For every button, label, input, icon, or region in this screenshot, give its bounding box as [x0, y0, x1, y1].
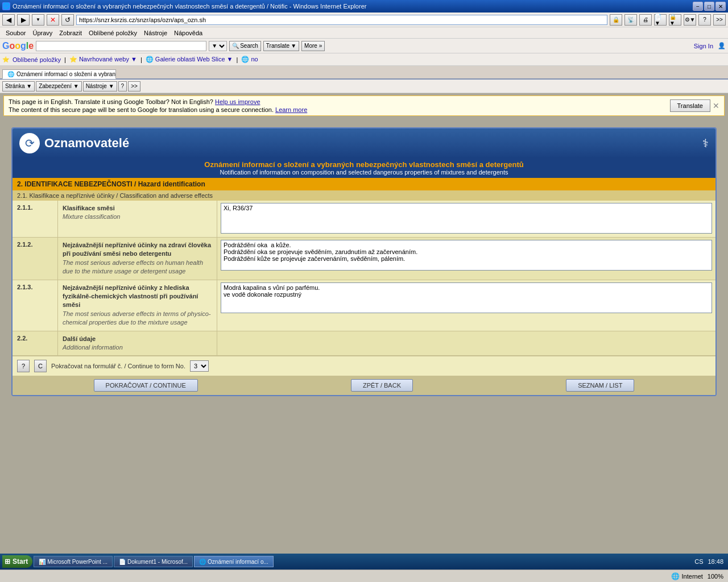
- row-212-textarea[interactable]: Podráždění oka a kůže. Podráždění oka se…: [221, 240, 712, 271]
- help-sec-button[interactable]: ?: [118, 81, 127, 92]
- stop-button[interactable]: ✕: [47, 14, 59, 26]
- title-bar-text: Oznámení informací o složení a vybraných…: [13, 3, 366, 10]
- title-bar: 🌐 Oznámení informací o složení a vybraný…: [0, 0, 728, 13]
- user-icon[interactable]: 👤: [718, 42, 726, 49]
- form-controls: ? C Pokračovat na formulář č. / Continue…: [13, 356, 715, 376]
- title-bar-left: 🌐 Oznámení informací o složení a vybraný…: [2, 2, 366, 10]
- print-button[interactable]: 🖨: [639, 14, 652, 26]
- addon-button[interactable]: >>: [713, 14, 726, 26]
- menu-napoveda[interactable]: Nápověda: [171, 28, 206, 38]
- lock-icon: 🔒: [610, 14, 622, 26]
- fav-galerie[interactable]: 🌐 Galerie oblasti Web Slice ▼: [146, 56, 233, 63]
- signin-link[interactable]: Sign In: [694, 43, 713, 49]
- back-btn[interactable]: ZPĚT / BACK: [351, 379, 413, 392]
- row-213-textarea[interactable]: Modrá kapalina s vůní po parfému. ve vod…: [221, 282, 712, 313]
- forward-button[interactable]: ▶: [17, 14, 30, 26]
- header-left: ⟳ Oznamovatelé: [19, 133, 129, 153]
- secondary-toolbar: Stránka ▼ Zabezpečení ▼ Nástroje ▼ ? >>: [0, 80, 728, 93]
- translate-bar-right: Translate ✕: [670, 99, 719, 112]
- google-search-select[interactable]: ▼: [209, 41, 227, 51]
- continue-btn[interactable]: POKRAČOVAT / CONTINUE: [94, 379, 198, 392]
- form-row-213: 2.1.3. Nejzávažnější nepříznivé účinky z…: [13, 280, 715, 331]
- sec-toolbar-left: Stránka ▼ Zabezpečení ▼ Nástroje ▼ ? >>: [2, 81, 140, 92]
- fav-sep2: |: [140, 56, 142, 63]
- translate-line1: This page is in English. Translate it us…: [9, 98, 307, 105]
- google-search-input[interactable]: [36, 41, 206, 51]
- security-sec-button[interactable]: Zabezpečení ▼: [36, 81, 82, 92]
- tab-label: Oznámení informací o složení a vybraných…: [16, 71, 116, 77]
- google-toolbar: Google ▼ 🔍 Search Translate ▼ More » Sig…: [0, 39, 728, 53]
- subheader-cs: Oznámení informací o složení a vybraných…: [17, 160, 711, 169]
- tools-button[interactable]: ⚙▼: [684, 14, 696, 26]
- section-title: IDENTIFIKACE NEBEZPEČNOSTI / Hazard iden…: [24, 180, 205, 188]
- menu-upravy[interactable]: Úpravy: [29, 28, 56, 38]
- continue-select[interactable]: 3: [190, 360, 209, 372]
- row-22-label: Další údaje Additional information: [58, 331, 217, 356]
- learn-more-link[interactable]: Learn more: [275, 106, 307, 113]
- security-button[interactable]: 🔒▼: [669, 14, 681, 26]
- header-logo-icon: ⟳: [19, 133, 40, 153]
- page-menu-button[interactable]: 📄▼: [654, 14, 667, 26]
- row-211-textarea[interactable]: Xi, R36/37: [221, 203, 712, 234]
- translate-button[interactable]: Translate ▼: [263, 41, 299, 51]
- title-bar-buttons[interactable]: − □ ✕: [693, 2, 726, 11]
- menu-zobrazit[interactable]: Zobrazit: [56, 28, 85, 38]
- more-button[interactable]: More »: [301, 41, 325, 51]
- fav-no[interactable]: 🌐 no: [241, 56, 258, 63]
- favorites-bar: ⭐ Oblíbené položky | ⭐ Navrhované weby ▼…: [0, 53, 728, 66]
- back-button[interactable]: ◀: [2, 14, 15, 26]
- close-button[interactable]: ✕: [715, 2, 726, 11]
- menu-nastroje[interactable]: Nástroje: [140, 28, 171, 38]
- subsection-header: 2.1. Klasifikace a nepříznivé účinky / C…: [13, 190, 715, 201]
- list-btn[interactable]: SEZNAM / LIST: [566, 379, 634, 392]
- refresh-button[interactable]: ↺: [61, 14, 74, 26]
- menu-soubor[interactable]: Soubor: [2, 28, 29, 38]
- tab-bar: 🌐 Oznámení informací o složení a vybraný…: [0, 66, 728, 80]
- addons-sec-button[interactable]: >>: [128, 81, 140, 92]
- row-213-label-cs: Nejzávažnější nepříznivé účinky z hledis…: [63, 284, 212, 310]
- translate-big-button[interactable]: Translate: [670, 99, 710, 112]
- fav-oblibene[interactable]: Oblíbené položky: [13, 56, 61, 63]
- row-22-label-cs: Další údaje: [63, 335, 212, 343]
- row-22-num: 2.2.: [13, 331, 58, 356]
- row-22-label-en: Additional information: [63, 343, 212, 352]
- form-row-22: 2.2. Další údaje Additional information: [13, 331, 715, 356]
- row-212-label: Nejzávažnější nepříznivé účinky na zdrav…: [58, 238, 217, 280]
- header-right-icon: ⚕: [702, 136, 709, 150]
- continue-label: Pokračovat na formulář č. / Continue to …: [51, 363, 185, 369]
- minimize-button[interactable]: −: [693, 2, 703, 11]
- form-row-212: 2.1.2. Nejzávažnější nepříznivé účinky n…: [13, 238, 715, 280]
- row-213-label-en: The most serious adverse effects in term…: [63, 310, 212, 327]
- help-button[interactable]: ?: [17, 360, 30, 372]
- search-icon: 🔍: [232, 43, 239, 49]
- url-input[interactable]: [76, 15, 607, 25]
- page-menu-sec-button[interactable]: Stránka ▼: [2, 81, 35, 92]
- fav-navrhovane[interactable]: ⭐ Navrhované weby ▼: [69, 56, 137, 63]
- row-213-value: Modrá kapalina s vůní po parfému. ve vod…: [217, 280, 715, 331]
- translate-bar-info: This page is in English. Translate it us…: [9, 98, 307, 113]
- rss-button[interactable]: 📡: [624, 14, 637, 26]
- section-num: 2.: [17, 180, 23, 188]
- clear-button[interactable]: C: [34, 360, 47, 372]
- active-tab[interactable]: 🌐 Oznámení informací o složení a vybraný…: [2, 69, 116, 79]
- row-22-value: [217, 331, 715, 356]
- translate-close-button[interactable]: ✕: [713, 101, 719, 110]
- help-improve-link[interactable]: Help us improve: [215, 98, 260, 105]
- row-213-label: Nejzávažnější nepříznivé účinky z hledis…: [58, 280, 217, 331]
- tab-icon: 🌐: [7, 71, 14, 77]
- tools-sec-button[interactable]: Nástroje ▼: [83, 81, 117, 92]
- form-subheader: Oznámení informací o složení a vybraných…: [13, 158, 715, 178]
- row-211-label: Klasifikace směsi Mixture classification: [58, 201, 217, 237]
- google-search-button[interactable]: 🔍 Search: [229, 41, 261, 51]
- fav-sep1: |: [64, 56, 66, 63]
- maximize-button[interactable]: □: [704, 2, 714, 11]
- dropdown-button[interactable]: ▼: [32, 14, 44, 26]
- menu-oblibene[interactable]: Oblíbené položky: [85, 28, 140, 38]
- subsection-label-en: Classification and adverse effects: [119, 192, 213, 199]
- subsection-num: 2.1.: [17, 192, 27, 199]
- row-213-num: 2.1.3.: [13, 280, 58, 331]
- help-button[interactable]: ?: [698, 14, 711, 26]
- content-area: ⟳ Oznamovatelé ⚕ Oznámení informací o sl…: [0, 118, 728, 405]
- translate-bar: This page is in English. Translate it us…: [3, 95, 725, 116]
- row-211-num: 2.1.1.: [13, 201, 58, 237]
